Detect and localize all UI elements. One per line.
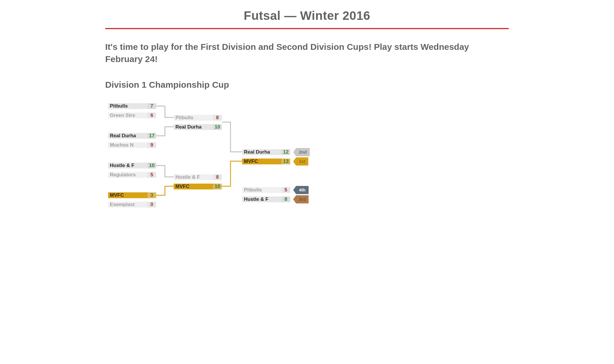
- r1-match-3: Hustle & F 10 Regulators 5: [108, 161, 156, 180]
- r1-match-4: MVFC 3 Esemplast 0: [108, 191, 156, 209]
- lead-text: It's time to play for the First Division…: [105, 41, 509, 65]
- team-score: 8: [213, 115, 222, 121]
- team-score: 12: [282, 149, 290, 155]
- badge-second: 2nd: [296, 148, 310, 156]
- r2-match-2: Hustle & F 8 MVFC 10: [174, 173, 222, 191]
- team-row: Hustle & F 8: [174, 173, 222, 182]
- team-name: Esemplast: [108, 202, 147, 208]
- section-title: Division 1 Championship Cup: [105, 80, 509, 90]
- team-name: Muchos N: [108, 142, 147, 148]
- team-score: 5: [147, 172, 156, 178]
- page-title: Futsal — Winter 2016: [105, 9, 509, 23]
- team-name: Real Durha: [242, 149, 282, 155]
- team-score: 10: [213, 184, 222, 189]
- team-name: Regulators: [108, 172, 147, 178]
- team-row: Esemplast 0: [108, 200, 156, 209]
- team-row: Real Durha 10: [174, 122, 222, 132]
- team-name: Green Stre: [108, 112, 147, 118]
- team-row: Pitbulls 7: [108, 101, 156, 111]
- bracket: Pitbulls 7 Green Stre 6 Real Durha 17 Mu…: [108, 101, 509, 218]
- team-score: 7: [147, 103, 156, 109]
- team-score: 17: [147, 133, 156, 139]
- team-score: 13: [282, 159, 290, 164]
- team-score: 6: [147, 112, 156, 118]
- team-name: Hustle & F: [108, 163, 147, 168]
- third-place-match: Pitbulls 5 Hustle & F 8: [242, 185, 290, 204]
- team-name: MVFC: [174, 184, 213, 189]
- team-name: Hustle & F: [242, 196, 282, 202]
- team-name: MVFC: [108, 192, 147, 198]
- team-name: MVFC: [242, 159, 282, 164]
- badge-first: 1st: [296, 157, 308, 166]
- team-score: 9: [147, 142, 156, 148]
- team-row: MVFC 3: [108, 191, 156, 200]
- team-name: Pitbulls: [242, 187, 282, 193]
- team-name: Pitbulls: [108, 103, 147, 109]
- team-row: Regulators 5: [108, 170, 156, 180]
- final-match: Real Durha 12 MVFC 13: [242, 147, 290, 166]
- team-score: 8: [213, 174, 222, 180]
- team-row: Real Durha 17: [108, 131, 156, 140]
- r1-match-2: Real Durha 17 Muchos N 9: [108, 131, 156, 150]
- team-row: MVFC 13: [242, 157, 290, 166]
- team-row: Hustle & F 8: [242, 195, 290, 204]
- r2-match-1: Pitbulls 8 Real Durha 10: [174, 113, 222, 132]
- team-score: 5: [282, 187, 290, 193]
- team-row: Pitbulls 5: [242, 185, 290, 195]
- team-score: 10: [213, 124, 222, 130]
- divider: [105, 28, 509, 29]
- team-score: 10: [147, 163, 156, 168]
- team-row: MVFC 10: [174, 182, 222, 191]
- team-name: Pitbulls: [174, 115, 213, 121]
- team-score: 8: [282, 196, 290, 202]
- team-row: Muchos N 9: [108, 140, 156, 150]
- team-score: 0: [147, 202, 156, 208]
- badge-fourth: 4th: [296, 186, 309, 194]
- badge-third: 3rd: [296, 195, 309, 203]
- r1-match-1: Pitbulls 7 Green Stre 6: [108, 101, 156, 120]
- team-row: Green Stre 6: [108, 111, 156, 120]
- team-row: Hustle & F 10: [108, 161, 156, 170]
- team-name: Real Durha: [174, 124, 213, 130]
- team-row: Pitbulls 8: [174, 113, 222, 122]
- team-name: Hustle & F: [174, 174, 213, 180]
- team-name: Real Durha: [108, 133, 147, 139]
- team-score: 3: [147, 192, 156, 198]
- team-row: Real Durha 12: [242, 147, 290, 157]
